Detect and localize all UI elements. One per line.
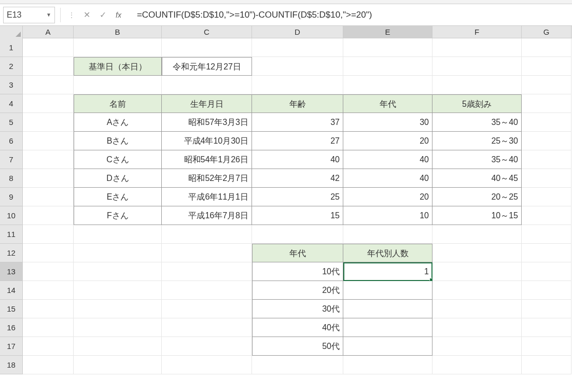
cell[interactable] bbox=[23, 76, 74, 94]
summary-label[interactable]: 10代 bbox=[252, 262, 343, 281]
row-header[interactable]: 18 bbox=[0, 356, 23, 374]
summary-count[interactable] bbox=[343, 318, 433, 337]
cell[interactable] bbox=[23, 94, 74, 113]
cell[interactable] bbox=[162, 225, 252, 244]
person-birth[interactable]: 昭和52年2月7日 bbox=[162, 169, 252, 188]
cell[interactable] bbox=[23, 150, 74, 169]
col-header-B[interactable]: B bbox=[74, 26, 162, 38]
col-header-A[interactable]: A bbox=[23, 26, 74, 38]
summary-count[interactable] bbox=[343, 337, 433, 356]
cell[interactable] bbox=[162, 244, 252, 262]
person-name[interactable]: Dさん bbox=[74, 169, 162, 188]
summary-col-count[interactable]: 年代別人数 bbox=[343, 244, 433, 262]
sheet-area[interactable]: A B C D E F G 1 2 基準日（本日） 令和元年12月27日 bbox=[0, 26, 572, 392]
person-birth[interactable]: 昭和54年1月26日 bbox=[162, 150, 252, 169]
cell[interactable] bbox=[343, 356, 433, 374]
person-decade[interactable]: 40 bbox=[343, 150, 433, 169]
cell[interactable] bbox=[23, 132, 74, 150]
cell[interactable] bbox=[433, 38, 522, 57]
cell[interactable] bbox=[433, 337, 522, 356]
name-box-dropdown-icon[interactable]: ▼ bbox=[46, 12, 51, 18]
row-header[interactable]: 6 bbox=[0, 132, 23, 150]
cell[interactable] bbox=[23, 57, 74, 76]
summary-label[interactable]: 40代 bbox=[252, 318, 343, 337]
col-header-G[interactable]: G bbox=[522, 26, 571, 38]
person-decade[interactable]: 20 bbox=[343, 132, 433, 150]
summary-col-decade[interactable]: 年代 bbox=[252, 244, 343, 262]
col-header-F[interactable]: F bbox=[433, 26, 522, 38]
cell[interactable] bbox=[522, 356, 571, 374]
cell[interactable] bbox=[162, 281, 252, 300]
cell[interactable] bbox=[23, 281, 74, 300]
cell[interactable] bbox=[343, 38, 433, 57]
cell[interactable] bbox=[23, 225, 74, 244]
base-date-value[interactable]: 令和元年12月27日 bbox=[162, 57, 252, 76]
person-age[interactable]: 27 bbox=[252, 132, 343, 150]
summary-count[interactable] bbox=[343, 300, 433, 318]
person-range[interactable]: 20～25 bbox=[433, 188, 522, 206]
person-range[interactable]: 35～40 bbox=[433, 150, 522, 169]
cell[interactable] bbox=[433, 262, 522, 281]
cell[interactable] bbox=[343, 225, 433, 244]
cell[interactable] bbox=[74, 225, 162, 244]
col-label-decade[interactable]: 年代 bbox=[343, 94, 433, 113]
cell[interactable] bbox=[252, 38, 343, 57]
person-decade[interactable]: 30 bbox=[343, 113, 433, 132]
cell[interactable] bbox=[74, 262, 162, 281]
cell[interactable] bbox=[74, 281, 162, 300]
person-range[interactable]: 40～45 bbox=[433, 169, 522, 188]
cell[interactable] bbox=[343, 57, 433, 76]
col-header-D[interactable]: D bbox=[252, 26, 343, 38]
cell[interactable] bbox=[522, 150, 571, 169]
row-header[interactable]: 1 bbox=[0, 38, 23, 57]
cell[interactable] bbox=[252, 76, 343, 94]
cell[interactable] bbox=[23, 188, 74, 206]
base-date-label[interactable]: 基準日（本日） bbox=[74, 57, 162, 76]
cell[interactable] bbox=[522, 113, 571, 132]
cell[interactable] bbox=[74, 356, 162, 374]
row-header[interactable]: 12 bbox=[0, 244, 23, 262]
cell[interactable] bbox=[522, 132, 571, 150]
cell[interactable] bbox=[252, 356, 343, 374]
cell[interactable] bbox=[23, 244, 74, 262]
cell[interactable] bbox=[522, 318, 571, 337]
cell[interactable] bbox=[522, 225, 571, 244]
person-age[interactable]: 42 bbox=[252, 169, 343, 188]
cell[interactable] bbox=[522, 206, 571, 225]
person-age[interactable]: 25 bbox=[252, 188, 343, 206]
cell[interactable] bbox=[74, 38, 162, 57]
cell[interactable] bbox=[433, 76, 522, 94]
cell[interactable] bbox=[23, 318, 74, 337]
cell[interactable] bbox=[433, 318, 522, 337]
person-name[interactable]: Eさん bbox=[74, 188, 162, 206]
summary-label[interactable]: 50代 bbox=[252, 337, 343, 356]
col-header-C[interactable]: C bbox=[162, 26, 252, 38]
col-label-age[interactable]: 年齢 bbox=[252, 94, 343, 113]
cell[interactable] bbox=[433, 300, 522, 318]
person-range[interactable]: 25～30 bbox=[433, 132, 522, 150]
person-range[interactable]: 10～15 bbox=[433, 206, 522, 225]
summary-count[interactable] bbox=[343, 281, 433, 300]
row-header[interactable]: 17 bbox=[0, 337, 23, 356]
cell[interactable] bbox=[23, 300, 74, 318]
row-header[interactable]: 16 bbox=[0, 318, 23, 337]
cell[interactable] bbox=[74, 244, 162, 262]
person-birth[interactable]: 平成4年10月30日 bbox=[162, 132, 252, 150]
cell[interactable] bbox=[522, 188, 571, 206]
cell[interactable] bbox=[433, 57, 522, 76]
cell[interactable] bbox=[162, 262, 252, 281]
cell[interactable] bbox=[23, 169, 74, 188]
cell[interactable] bbox=[522, 76, 571, 94]
cell[interactable] bbox=[433, 225, 522, 244]
cell[interactable] bbox=[433, 356, 522, 374]
person-birth[interactable]: 平成16年7月8日 bbox=[162, 206, 252, 225]
cell[interactable] bbox=[74, 337, 162, 356]
formula-input[interactable]: =COUNTIF(D$5:D$10,">=10")-COUNTIF(D$5:D$… bbox=[127, 10, 569, 20]
person-decade[interactable]: 20 bbox=[343, 188, 433, 206]
person-name[interactable]: Fさん bbox=[74, 206, 162, 225]
cell[interactable] bbox=[522, 281, 571, 300]
cell[interactable] bbox=[522, 262, 571, 281]
row-header[interactable]: 13 bbox=[0, 262, 23, 281]
person-range[interactable]: 35～40 bbox=[433, 113, 522, 132]
col-label-birth[interactable]: 生年月日 bbox=[162, 94, 252, 113]
